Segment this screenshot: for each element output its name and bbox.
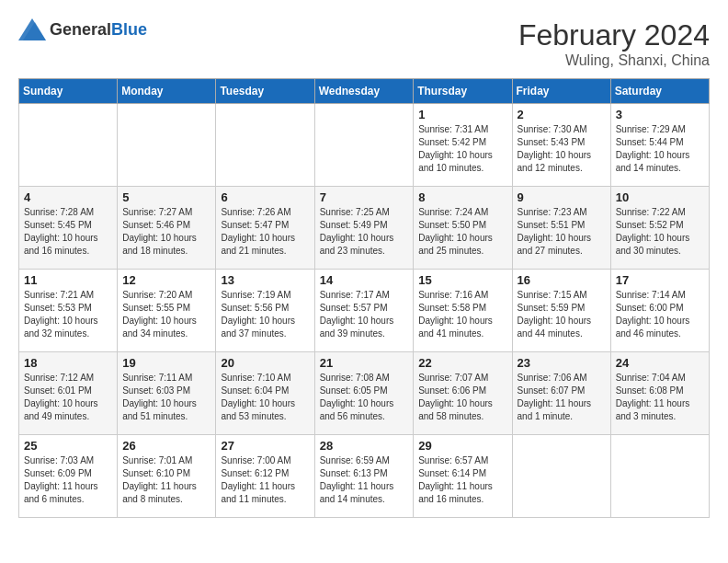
day-number: 12	[122, 273, 210, 287]
month-title: February 2024	[518, 18, 710, 52]
calendar-day-cell: 18Sunrise: 7:12 AM Sunset: 6:01 PM Dayli…	[19, 352, 118, 435]
calendar-day-cell: 3Sunrise: 7:29 AM Sunset: 5:44 PM Daylig…	[610, 104, 709, 187]
day-info: Sunrise: 7:24 AM Sunset: 5:50 PM Dayligh…	[418, 206, 506, 258]
day-info: Sunrise: 7:01 AM Sunset: 6:10 PM Dayligh…	[122, 454, 210, 506]
day-info: Sunrise: 7:21 AM Sunset: 5:53 PM Dayligh…	[24, 289, 112, 340]
calendar-body: 1Sunrise: 7:31 AM Sunset: 5:42 PM Daylig…	[19, 104, 710, 518]
day-number: 23	[518, 356, 606, 370]
calendar-empty-cell	[314, 104, 414, 187]
day-info: Sunrise: 7:00 AM Sunset: 6:12 PM Dayligh…	[221, 454, 309, 506]
day-number: 5	[122, 190, 210, 204]
weekday-header-cell: Friday	[512, 79, 610, 104]
calendar-empty-cell	[610, 435, 709, 518]
day-info: Sunrise: 7:25 AM Sunset: 5:49 PM Dayligh…	[320, 206, 409, 258]
weekday-header-cell: Wednesday	[314, 79, 414, 104]
calendar-day-cell: 19Sunrise: 7:11 AM Sunset: 6:03 PM Dayli…	[118, 352, 216, 435]
calendar-empty-cell	[19, 104, 118, 187]
calendar-day-cell: 5Sunrise: 7:27 AM Sunset: 5:46 PM Daylig…	[118, 187, 216, 270]
day-info: Sunrise: 7:17 AM Sunset: 5:57 PM Dayligh…	[320, 289, 409, 340]
title-block: February 2024 Wuling, Shanxi, China	[518, 18, 710, 69]
day-info: Sunrise: 7:30 AM Sunset: 5:43 PM Dayligh…	[518, 123, 606, 175]
day-number: 14	[320, 273, 409, 287]
calendar-day-cell: 9Sunrise: 7:23 AM Sunset: 5:51 PM Daylig…	[512, 187, 610, 270]
day-number: 13	[221, 273, 309, 287]
calendar-day-cell: 4Sunrise: 7:28 AM Sunset: 5:45 PM Daylig…	[19, 187, 118, 270]
calendar-week-row: 25Sunrise: 7:03 AM Sunset: 6:09 PM Dayli…	[19, 435, 710, 518]
day-number: 9	[518, 190, 606, 204]
day-number: 1	[418, 108, 506, 121]
day-info: Sunrise: 6:59 AM Sunset: 6:13 PM Dayligh…	[320, 454, 409, 506]
calendar-day-cell: 13Sunrise: 7:19 AM Sunset: 5:56 PM Dayli…	[216, 270, 314, 352]
day-info: Sunrise: 7:15 AM Sunset: 5:59 PM Dayligh…	[518, 289, 606, 340]
day-info: Sunrise: 7:07 AM Sunset: 6:06 PM Dayligh…	[418, 372, 506, 423]
calendar-day-cell: 20Sunrise: 7:10 AM Sunset: 6:04 PM Dayli…	[216, 352, 314, 435]
weekday-header-cell: Tuesday	[216, 79, 314, 104]
calendar-week-row: 1Sunrise: 7:31 AM Sunset: 5:42 PM Daylig…	[19, 104, 710, 187]
weekday-header-cell: Thursday	[414, 79, 512, 104]
day-number: 11	[24, 273, 112, 287]
calendar-day-cell: 21Sunrise: 7:08 AM Sunset: 6:05 PM Dayli…	[314, 352, 414, 435]
calendar-day-cell: 6Sunrise: 7:26 AM Sunset: 5:47 PM Daylig…	[216, 187, 314, 270]
day-number: 7	[320, 190, 409, 204]
day-info: Sunrise: 7:23 AM Sunset: 5:51 PM Dayligh…	[518, 206, 606, 258]
day-number: 3	[616, 108, 704, 121]
day-number: 25	[24, 439, 112, 453]
weekday-header-row: SundayMondayTuesdayWednesdayThursdayFrid…	[19, 79, 710, 104]
day-info: Sunrise: 7:28 AM Sunset: 5:45 PM Dayligh…	[24, 206, 112, 258]
calendar-day-cell: 26Sunrise: 7:01 AM Sunset: 6:10 PM Dayli…	[118, 435, 216, 518]
day-info: Sunrise: 7:10 AM Sunset: 6:04 PM Dayligh…	[221, 372, 309, 423]
calendar-week-row: 11Sunrise: 7:21 AM Sunset: 5:53 PM Dayli…	[19, 270, 710, 352]
day-number: 4	[24, 190, 112, 204]
day-number: 28	[320, 439, 409, 453]
day-number: 21	[320, 356, 409, 370]
calendar-table: SundayMondayTuesdayWednesdayThursdayFrid…	[18, 78, 710, 518]
day-number: 10	[616, 190, 704, 204]
day-number: 26	[122, 439, 210, 453]
calendar-day-cell: 12Sunrise: 7:20 AM Sunset: 5:55 PM Dayli…	[118, 270, 216, 352]
location-subtitle: Wuling, Shanxi, China	[518, 52, 710, 69]
logo-blue: Blue	[111, 20, 147, 39]
day-info: Sunrise: 7:20 AM Sunset: 5:55 PM Dayligh…	[122, 289, 210, 340]
day-info: Sunrise: 7:04 AM Sunset: 6:08 PM Dayligh…	[616, 372, 704, 423]
logo-text: GeneralBlue	[50, 20, 147, 40]
day-number: 2	[518, 108, 606, 121]
day-info: Sunrise: 7:11 AM Sunset: 6:03 PM Dayligh…	[122, 372, 210, 423]
calendar-day-cell: 25Sunrise: 7:03 AM Sunset: 6:09 PM Dayli…	[19, 435, 118, 518]
calendar-empty-cell	[118, 104, 216, 187]
day-number: 18	[24, 356, 112, 370]
day-number: 20	[221, 356, 309, 370]
calendar-day-cell: 23Sunrise: 7:06 AM Sunset: 6:07 PM Dayli…	[512, 352, 610, 435]
day-number: 17	[616, 273, 704, 287]
calendar-day-cell: 2Sunrise: 7:30 AM Sunset: 5:43 PM Daylig…	[512, 104, 610, 187]
day-info: Sunrise: 7:14 AM Sunset: 6:00 PM Dayligh…	[616, 289, 704, 340]
day-info: Sunrise: 6:57 AM Sunset: 6:14 PM Dayligh…	[418, 454, 506, 506]
day-info: Sunrise: 7:26 AM Sunset: 5:47 PM Dayligh…	[221, 206, 309, 258]
calendar-day-cell: 27Sunrise: 7:00 AM Sunset: 6:12 PM Dayli…	[216, 435, 314, 518]
calendar-day-cell: 1Sunrise: 7:31 AM Sunset: 5:42 PM Daylig…	[414, 104, 512, 187]
calendar-empty-cell	[216, 104, 314, 187]
page-header: GeneralBlue February 2024 Wuling, Shanxi…	[18, 18, 710, 69]
day-number: 16	[518, 273, 606, 287]
day-info: Sunrise: 7:12 AM Sunset: 6:01 PM Dayligh…	[24, 372, 112, 423]
weekday-header-cell: Sunday	[19, 79, 118, 104]
day-number: 24	[616, 356, 704, 370]
day-info: Sunrise: 7:06 AM Sunset: 6:07 PM Dayligh…	[518, 372, 606, 423]
day-number: 15	[418, 273, 506, 287]
calendar-day-cell: 17Sunrise: 7:14 AM Sunset: 6:00 PM Dayli…	[610, 270, 709, 352]
day-info: Sunrise: 7:03 AM Sunset: 6:09 PM Dayligh…	[24, 454, 112, 506]
logo: GeneralBlue	[18, 18, 147, 40]
day-number: 19	[122, 356, 210, 370]
calendar-day-cell: 10Sunrise: 7:22 AM Sunset: 5:52 PM Dayli…	[610, 187, 709, 270]
day-info: Sunrise: 7:27 AM Sunset: 5:46 PM Dayligh…	[122, 206, 210, 258]
calendar-day-cell: 14Sunrise: 7:17 AM Sunset: 5:57 PM Dayli…	[314, 270, 414, 352]
calendar-day-cell: 22Sunrise: 7:07 AM Sunset: 6:06 PM Dayli…	[414, 352, 512, 435]
calendar-week-row: 18Sunrise: 7:12 AM Sunset: 6:01 PM Dayli…	[19, 352, 710, 435]
weekday-header-cell: Monday	[118, 79, 216, 104]
day-info: Sunrise: 7:29 AM Sunset: 5:44 PM Dayligh…	[616, 123, 704, 175]
calendar-day-cell: 29Sunrise: 6:57 AM Sunset: 6:14 PM Dayli…	[414, 435, 512, 518]
day-info: Sunrise: 7:31 AM Sunset: 5:42 PM Dayligh…	[418, 123, 506, 175]
weekday-header-cell: Saturday	[610, 79, 709, 104]
calendar-day-cell: 11Sunrise: 7:21 AM Sunset: 5:53 PM Dayli…	[19, 270, 118, 352]
day-info: Sunrise: 7:16 AM Sunset: 5:58 PM Dayligh…	[418, 289, 506, 340]
calendar-day-cell: 15Sunrise: 7:16 AM Sunset: 5:58 PM Dayli…	[414, 270, 512, 352]
